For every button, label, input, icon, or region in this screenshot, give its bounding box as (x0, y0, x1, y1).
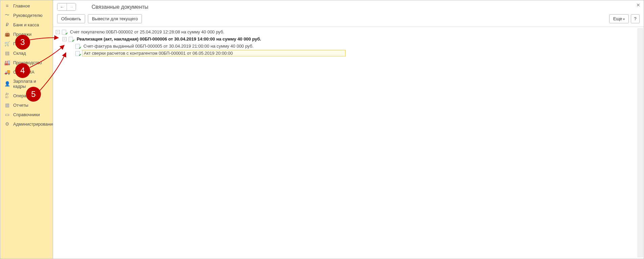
annotation-badge-label: 3 (20, 37, 25, 47)
document-icon: ✔ (75, 51, 81, 56)
dtkt-icon: ДтКт (4, 93, 10, 98)
tree-area: − ✔ Счет покупателю 00БП-000002 от 25.04… (53, 27, 644, 259)
selection-highlight: Акт сверки расчетов с контрагентом 00БП-… (82, 50, 346, 56)
document-icon: ✔ (69, 36, 74, 42)
menu-icon: ≡ (4, 3, 10, 8)
truck-icon: 🚚 (4, 69, 10, 75)
annotation-badge-5: 5 (26, 87, 41, 102)
sidebar: ≡ Главное 〜 Руководителю ₽ Банк и касса … (0, 0, 53, 259)
annotation-badge-label: 5 (31, 89, 35, 99)
barchart-icon: ▥ (4, 102, 10, 108)
annotation-badge-3: 3 (15, 35, 30, 50)
tree-row[interactable]: − ✔ Счет покупателю 00БП-000002 от 25.04… (56, 28, 643, 35)
annotation-badge-4: 4 (15, 63, 30, 78)
toolbar-right: Еще ? (609, 14, 640, 23)
sidebar-item-manager[interactable]: 〜 Руководителю (0, 10, 53, 20)
refresh-button[interactable]: Обновить (57, 14, 85, 23)
factory-icon: 🏭 (4, 60, 10, 65)
expander-icon[interactable]: − (56, 30, 60, 34)
sidebar-item-main[interactable]: ≡ Главное (0, 1, 53, 10)
sidebar-item-refs[interactable]: ▭ Справочники (0, 110, 53, 119)
app-root: ≡ Главное 〜 Руководителю ₽ Банк и касса … (0, 0, 644, 259)
nav-forward-button[interactable]: → (67, 3, 76, 10)
sidebar-item-bank[interactable]: ₽ Банк и касса (0, 20, 53, 29)
sidebar-item-label: Производство (13, 60, 42, 65)
help-button[interactable]: ? (631, 14, 640, 23)
sidebar-item-reports[interactable]: ▥ Отчеты (0, 100, 53, 110)
tree-row-label: Реализация (акт, накладная) 00БП-000006 … (75, 36, 263, 42)
sidebar-item-label: Администрирование (13, 122, 55, 127)
boxes-icon: ▤ (4, 50, 10, 56)
tree-row-selected[interactable]: ✔ Акт сверки расчетов с контрагентом 00Б… (69, 50, 643, 57)
expander-icon[interactable]: − (63, 37, 67, 41)
sidebar-item-label: Банк и касса (13, 22, 39, 27)
annotation-badge-label: 4 (20, 66, 25, 75)
export-current-button[interactable]: Вывести для текущего (88, 14, 142, 23)
tree-row[interactable]: − ✔ Реализация (акт, накладная) 00БП-000… (63, 35, 643, 43)
toolbar: Обновить Вывести для текущего Еще ? (53, 12, 644, 27)
cart-icon: 🛒 (4, 41, 10, 46)
bag-icon: 👜 (4, 31, 10, 37)
sidebar-item-admin[interactable]: ⚙ Администрирование (0, 119, 53, 129)
sidebar-item-warehouse[interactable]: ▤ Склад (0, 48, 53, 58)
book-icon: ▭ (4, 112, 10, 117)
tree-row-label: Акт сверки расчетов с контрагентом 00БП-… (83, 51, 233, 56)
chart-line-icon: 〜 (4, 12, 10, 18)
sidebar-item-label: Руководителю (13, 13, 43, 18)
tree-row-label: Счет-фактура выданный 00БП-000005 от 30.… (82, 43, 255, 49)
person-icon: 👤 (4, 81, 10, 86)
gear-icon: ⚙ (4, 121, 10, 127)
document-icon: ✔ (75, 44, 81, 49)
close-icon[interactable]: ✕ (636, 2, 640, 8)
vertical-scrollbar[interactable] (638, 28, 643, 257)
sidebar-item-label: Справочники (13, 112, 40, 117)
tree-row[interactable]: ✔ Счет-фактура выданный 00БП-000005 от 3… (69, 43, 643, 50)
page-title: Связанные документы (92, 4, 148, 10)
nav-buttons: ← → (57, 3, 76, 11)
tree-row-label: Счет покупателю 00БП-000002 от 25.04.201… (69, 29, 226, 35)
titlebar: ← → Связанные документы ✕ (53, 0, 644, 12)
document-icon: ✔ (62, 29, 67, 35)
sidebar-item-label: Главное (13, 3, 30, 8)
sidebar-item-hr[interactable]: 👤 Зарплата и кадры (0, 77, 53, 91)
sidebar-item-label: Склад (13, 51, 26, 56)
ruble-icon: ₽ (4, 22, 10, 27)
sidebar-item-label: Отчеты (13, 103, 28, 108)
document-tree[interactable]: − ✔ Счет покупателю 00БП-000002 от 25.04… (56, 28, 643, 57)
more-button[interactable]: Еще (609, 14, 629, 23)
nav-back-button[interactable]: ← (57, 3, 67, 10)
main: ← → Связанные документы ✕ Обновить Вывес… (53, 0, 644, 259)
